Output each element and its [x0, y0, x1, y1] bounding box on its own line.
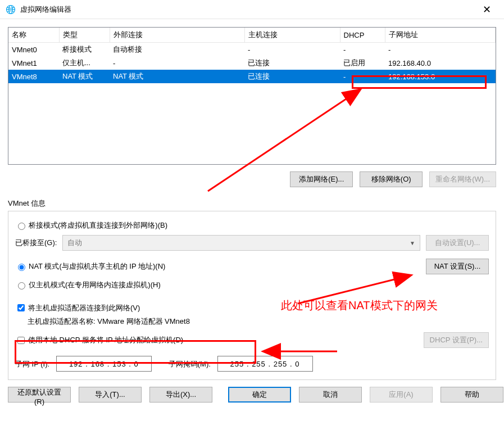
host-adapter-checkbox[interactable] [17, 304, 25, 311]
bridge-to-select: 自动 ▼ [62, 235, 420, 251]
bridge-to-label: 已桥接至(G): [15, 238, 57, 248]
hostonly-mode-label: 仅主机模式(在专用网络内连接虚拟机)(H) [29, 280, 161, 290]
hostonly-mode-radio[interactable] [18, 282, 25, 290]
nat-settings-button[interactable]: NAT 设置(S)... [426, 259, 489, 274]
col-header-name[interactable]: 名称 [8, 28, 59, 43]
bridge-to-value: 自动 [67, 238, 82, 248]
col-header-subnet[interactable]: 子网地址 [385, 28, 496, 43]
chevron-down-icon: ▼ [410, 240, 415, 246]
annotation-text: 此处可以查看NAT模式下的网关 [281, 298, 438, 313]
cell-host: 已连接 [244, 56, 340, 70]
col-header-host[interactable]: 主机连接 [244, 28, 340, 43]
apply-button: 应用(A) [370, 387, 433, 403]
annotation-box-dhcp-subnet [352, 75, 487, 89]
bridge-mode-label: 桥接模式(将虚拟机直接连接到外部网络)(B) [29, 220, 167, 230]
col-header-ext[interactable]: 外部连接 [110, 28, 244, 43]
cancel-button[interactable]: 取消 [299, 387, 362, 403]
add-network-button[interactable]: 添加网络(E)... [290, 171, 353, 187]
cell-name: VMnet8 [8, 70, 59, 83]
cell-ext: NAT 模式 [110, 70, 244, 83]
host-adapter-label: 将主机虚拟适配器连接到此网络(V) [28, 303, 140, 313]
col-header-dhcp[interactable]: DHCP [340, 28, 385, 43]
cell-host: 已连接 [244, 70, 340, 83]
cell-ext: 自动桥接 [110, 43, 244, 57]
host-adapter-name: 主机虚拟适配器名称: VMware 网络适配器 VMnet8 [28, 317, 489, 327]
rename-network-button: 重命名网络(W)... [429, 171, 496, 187]
app-icon [6, 4, 16, 15]
cell-name: VMnet0 [8, 43, 59, 57]
network-table[interactable]: 名称 类型 外部连接 主机连接 DHCP 子网地址 VMnet0桥接模式自动桥接… [8, 27, 496, 165]
cell-subnet: - [385, 43, 496, 57]
nat-mode-label: NAT 模式(与虚拟机共享主机的 IP 地址)(N) [29, 261, 165, 272]
close-button[interactable]: ✕ [474, 0, 500, 19]
restore-defaults-button[interactable]: 还原默认设置(R) [8, 387, 71, 403]
nat-mode-radio[interactable] [18, 264, 25, 271]
table-row[interactable]: VMnet1仅主机...-已连接已启用192.168.40.0 [8, 56, 496, 70]
import-button[interactable]: 导入(T)... [79, 387, 142, 403]
cell-dhcp: - [340, 43, 385, 57]
cell-type: NAT 模式 [59, 70, 110, 83]
col-header-type[interactable]: 类型 [59, 28, 110, 43]
annotation-box-dhcp-check [15, 340, 256, 364]
cell-type: 桥接模式 [59, 43, 110, 57]
help-button[interactable]: 帮助 [441, 387, 503, 403]
remove-network-button[interactable]: 移除网络(O) [360, 171, 423, 187]
ok-button[interactable]: 确定 [228, 387, 291, 403]
dhcp-settings-button: DHCP 设置(P)... [424, 332, 489, 348]
cell-host: - [244, 43, 340, 57]
cell-type: 仅主机... [59, 56, 110, 70]
auto-settings-button: 自动设置(U)... [426, 235, 489, 251]
cell-ext: - [110, 56, 244, 70]
cell-name: VMnet1 [8, 56, 59, 70]
cell-subnet: 192.168.40.0 [385, 56, 496, 70]
cell-dhcp: 已启用 [340, 56, 385, 70]
table-row[interactable]: VMnet0桥接模式自动桥接--- [8, 43, 496, 57]
window-title: 虚拟网络编辑器 [20, 4, 474, 15]
vmnet-info-header: VMnet 信息 [8, 198, 496, 209]
export-button[interactable]: 导出(X)... [149, 387, 212, 403]
bridge-mode-radio[interactable] [18, 223, 25, 230]
titlebar: 虚拟网络编辑器 ✕ [0, 0, 504, 19]
